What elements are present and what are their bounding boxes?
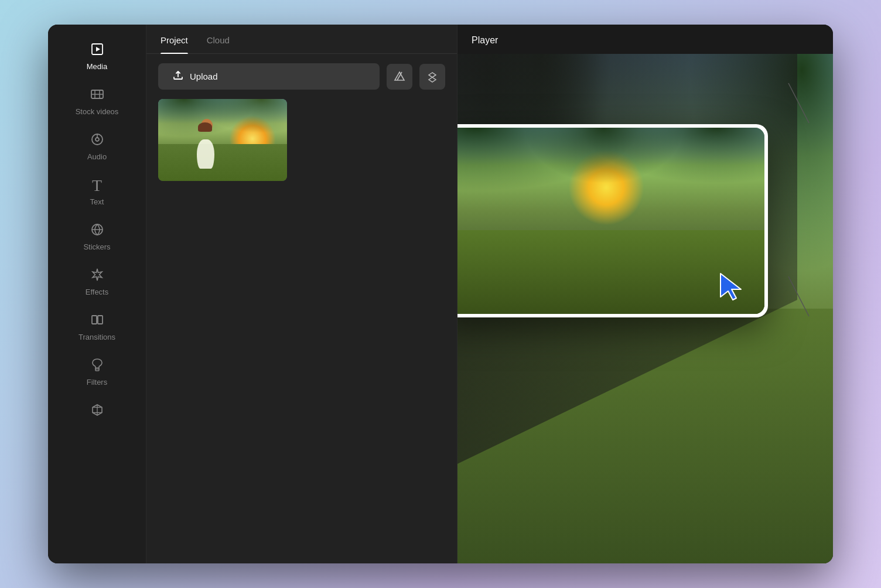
google-drive-button[interactable] [387,64,412,90]
sidebar-item-transitions[interactable]: Transitions [48,305,146,350]
sidebar-item-stock-videos[interactable]: Stock videos [48,79,146,124]
content-area: Project Cloud Upload [146,25,833,563]
dropbox-button[interactable] [419,64,445,90]
sidebar-item-stock-videos-label: Stock videos [76,107,119,116]
sidebar-item-effects-label: Effects [86,288,109,296]
player-section: Player [457,25,833,563]
upload-label: Upload [190,71,218,81]
sidebar-item-audio[interactable]: Audio [48,124,146,169]
effects-icon [90,268,104,284]
transitions-icon [90,313,104,329]
media-toolbar: Upload [146,54,457,99]
app-window: Media Stock videos Audio [48,25,833,563]
zoom-card-inner [457,128,764,314]
media-panel: Project Cloud Upload [146,25,457,563]
svg-point-7 [95,138,99,141]
player-canvas [457,54,833,563]
audio-icon [90,132,104,149]
text-icon: T [92,177,102,194]
sidebar-item-effects[interactable]: Effects [48,259,146,305]
media-grid [146,99,457,181]
upload-button[interactable]: Upload [158,63,380,90]
sidebar: Media Stock videos Audio [48,25,146,563]
tabs-bar: Project Cloud [146,25,457,54]
media-icon [90,42,104,59]
sidebar-item-stickers[interactable]: Stickers [48,214,146,259]
cursor-arrow [718,271,750,305]
player-title: Player [457,25,833,54]
sidebar-item-media-label: Media [87,62,107,71]
sidebar-item-transitions-label: Transitions [78,333,115,341]
stickers-icon [90,223,104,239]
media-thumbnail[interactable] [158,99,287,181]
tab-cloud[interactable]: Cloud [207,25,230,53]
zoom-card [457,124,768,317]
sidebar-item-filters-label: Filters [87,378,107,387]
sidebar-item-filters[interactable]: Filters [48,350,146,395]
upload-icon [172,69,184,84]
sidebar-item-media[interactable]: Media [48,34,146,79]
sidebar-item-text[interactable]: T Text [48,169,146,214]
svg-rect-11 [92,316,97,324]
svg-marker-23 [720,274,741,300]
filters-icon [90,358,104,374]
sidebar-item-3d[interactable] [48,395,146,428]
threed-icon [90,403,104,419]
sidebar-item-stickers-label: Stickers [83,242,110,251]
sidebar-item-audio-label: Audio [87,152,107,161]
svg-marker-1 [96,47,100,52]
tab-project[interactable]: Project [161,25,188,53]
main-area: Project Cloud Upload [146,25,833,563]
stock-videos-icon [90,87,104,104]
svg-rect-12 [98,316,103,324]
sidebar-item-text-label: Text [90,197,104,206]
